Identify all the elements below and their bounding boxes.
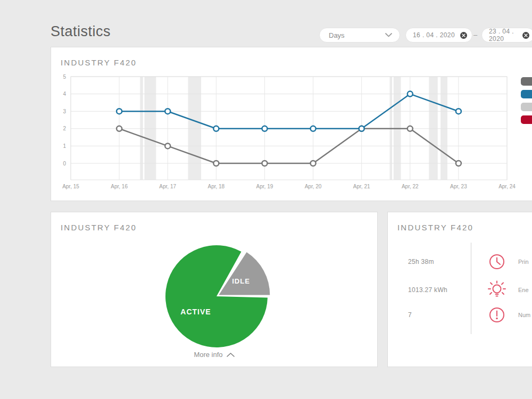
stats-panel-title: INDUSTRY F420	[397, 223, 473, 232]
legend-swatch-0[interactable]	[521, 77, 532, 86]
chart-legend	[521, 77, 532, 128]
svg-text:IDLE: IDLE	[232, 277, 250, 285]
legend-swatch-3[interactable]	[521, 115, 532, 124]
chevron-down-icon	[385, 33, 392, 37]
count-label: Num	[518, 312, 530, 318]
date-from-value: 16 . 04 . 2020	[413, 31, 455, 39]
legend-swatch-1[interactable]	[521, 90, 532, 98]
svg-text:Apr, 21: Apr, 21	[353, 184, 370, 189]
svg-text:ACTIVE: ACTIVE	[180, 307, 211, 316]
statistics-dashboard: Statistics Days 16 . 04 . 2020 – 23 . 04…	[0, 0, 532, 399]
line-chart-panel: INDUSTRY F420 012345Apr, 15Apr, 16Apr, 1…	[51, 47, 532, 201]
machine-stats-panel: INDUSTRY F420 25h 38m 1013.27 kWh 7 Prin…	[387, 212, 532, 367]
period-select[interactable]: Days	[319, 28, 400, 43]
line-chart: 012345Apr, 15Apr, 16Apr, 17Apr, 18Apr, 1…	[51, 47, 532, 201]
more-info-button[interactable]: More info	[51, 351, 377, 359]
date-to-field[interactable]: 23 . 04 . 2020	[481, 28, 532, 43]
activity-pie-chart: ACTIVEIDLE	[51, 212, 377, 367]
stats-divider	[471, 243, 471, 334]
date-to-value: 23 . 04 . 2020	[489, 28, 519, 43]
svg-text:5: 5	[63, 74, 66, 80]
date-from-field[interactable]: 16 . 04 . 2020	[405, 28, 472, 43]
svg-text:Apr, 24: Apr, 24	[498, 184, 516, 189]
chevron-up-icon	[227, 353, 235, 357]
svg-text:Apr, 15: Apr, 15	[62, 184, 79, 189]
more-info-label: More info	[194, 351, 222, 359]
date-range-separator: –	[473, 31, 477, 39]
pie-chart-panel: INDUSTRY F420 ACTIVEIDLE More info	[51, 212, 378, 367]
svg-text:Apr, 23: Apr, 23	[450, 184, 467, 189]
printing-time-label: Prin	[518, 259, 529, 265]
page-title: Statistics	[51, 23, 111, 40]
printing-time-value: 25h 38m	[408, 258, 434, 265]
clear-date-to-icon[interactable]	[522, 32, 529, 39]
svg-text:1: 1	[63, 143, 66, 149]
energy-value: 1013.27 kWh	[408, 286, 447, 294]
alert-icon	[487, 305, 506, 325]
svg-text:2: 2	[63, 126, 66, 131]
count-value: 7	[408, 311, 412, 319]
lightbulb-icon	[487, 280, 506, 300]
svg-text:Apr, 17: Apr, 17	[159, 184, 176, 189]
svg-text:Apr, 19: Apr, 19	[256, 184, 273, 189]
energy-label: Ene	[518, 287, 529, 293]
clock-icon	[487, 252, 506, 271]
clear-date-from-icon[interactable]	[460, 32, 467, 39]
svg-text:Apr, 22: Apr, 22	[402, 184, 419, 189]
svg-text:3: 3	[63, 109, 66, 114]
svg-text:0: 0	[63, 161, 66, 167]
legend-swatch-2[interactable]	[521, 103, 532, 111]
svg-text:4: 4	[63, 91, 66, 97]
svg-text:Apr, 20: Apr, 20	[305, 184, 322, 189]
svg-text:Apr, 16: Apr, 16	[111, 184, 128, 189]
period-select-value: Days	[329, 31, 345, 39]
svg-text:Apr, 18: Apr, 18	[207, 184, 225, 189]
